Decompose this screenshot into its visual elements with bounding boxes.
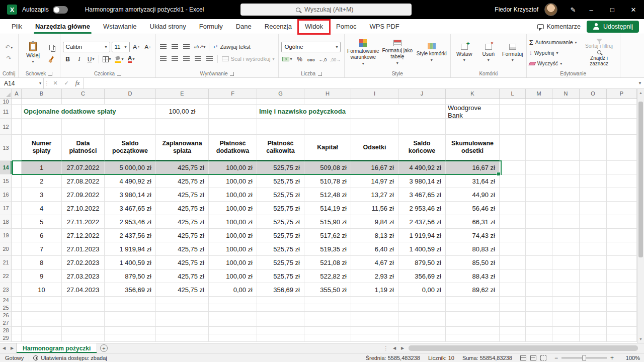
tab-plik[interactable]: Plik <box>5 19 29 34</box>
cell[interactable] <box>526 242 552 256</box>
cell[interactable] <box>209 312 257 319</box>
cell[interactable] <box>526 319 552 327</box>
cell[interactable]: 2 953,46 zł <box>398 202 446 215</box>
cell[interactable] <box>607 242 637 256</box>
cell[interactable]: 80,83 zł <box>446 242 500 256</box>
cell[interactable]: 1 400,59 zł <box>105 256 156 269</box>
cell[interactable] <box>607 161 637 174</box>
cell[interactable]: 1 <box>22 161 62 174</box>
name-box[interactable]: A14 <box>0 78 43 88</box>
delete-cells-button[interactable]: Usuń <box>477 44 500 62</box>
cell[interactable] <box>351 99 398 105</box>
cell[interactable]: 519,35 zł <box>304 242 351 256</box>
cell[interactable] <box>500 105 526 119</box>
cell[interactable] <box>62 319 105 327</box>
row-header[interactable]: 22 <box>0 269 12 283</box>
cell[interactable] <box>12 242 22 256</box>
cell[interactable]: 27.12.2022 <box>62 229 105 242</box>
cell[interactable]: 425,75 zł <box>156 202 209 215</box>
cell[interactable]: 525,75 zł <box>257 242 304 256</box>
cell[interactable] <box>209 297 257 304</box>
cell[interactable]: 44,90 zł <box>446 188 500 202</box>
number-format-select[interactable]: Ogólne <box>281 42 341 52</box>
table-header-cell[interactable]: Płatność całkowita <box>257 135 304 161</box>
increase-font-size-button[interactable] <box>131 42 141 52</box>
cell[interactable] <box>351 105 446 119</box>
cell[interactable] <box>552 119 580 135</box>
cell[interactable] <box>526 327 552 334</box>
sheet-tab-active[interactable]: Harmonogram pożyczki <box>16 343 97 353</box>
align-middle-button[interactable] <box>170 42 180 52</box>
cell[interactable] <box>209 334 257 342</box>
cell[interactable] <box>12 119 22 135</box>
cell[interactable] <box>22 99 62 105</box>
cell[interactable] <box>398 297 446 304</box>
cell[interactable] <box>552 312 580 319</box>
column-header[interactable]: E <box>156 89 209 98</box>
vertical-scroll-thumb[interactable] <box>638 102 643 257</box>
cell[interactable] <box>351 119 398 135</box>
row-header[interactable]: 19 <box>0 229 12 242</box>
orientation-button[interactable]: ab↗ <box>193 42 207 52</box>
cell[interactable]: 74,43 zł <box>446 229 500 242</box>
cell[interactable]: 56,46 zł <box>446 202 500 215</box>
cell[interactable] <box>398 304 446 312</box>
column-header[interactable]: J <box>398 89 446 98</box>
cell[interactable]: 27.08.2022 <box>62 174 105 188</box>
cell[interactable]: 879,50 zł <box>398 256 446 269</box>
tab-recenzja[interactable]: Recenzja <box>258 19 298 34</box>
tab-uklad-strony[interactable]: Układ strony <box>143 19 193 34</box>
cell[interactable] <box>552 283 580 297</box>
cell[interactable] <box>580 202 607 215</box>
cell[interactable] <box>304 319 351 327</box>
page-layout-view-icon[interactable] <box>530 355 536 360</box>
cell[interactable] <box>446 327 500 334</box>
cell[interactable]: 3 467,65 zł <box>105 202 156 215</box>
cancel-button[interactable]: ✕ <box>50 78 61 88</box>
zoom-slider-knob[interactable] <box>582 355 586 361</box>
cell[interactable]: 521,08 zł <box>304 256 351 269</box>
cell[interactable] <box>500 202 526 215</box>
horizontal-scroll-track[interactable] <box>407 343 644 353</box>
cell[interactable]: 5 <box>22 215 62 229</box>
cell[interactable]: 16,67 zł <box>446 161 500 174</box>
sheet-nav-right-arrow[interactable]: ▶ <box>8 343 16 353</box>
cell[interactable] <box>12 334 22 342</box>
cell[interactable]: 27.11.2022 <box>62 215 105 229</box>
cell[interactable]: 525,75 zł <box>257 161 304 174</box>
tab-wps-pdf[interactable]: WPS PDF <box>363 19 406 34</box>
row-header[interactable]: 21 <box>0 256 12 269</box>
cell[interactable] <box>500 283 526 297</box>
cell[interactable]: 425,75 zł <box>156 161 209 174</box>
cell[interactable]: 1,19 zł <box>351 283 398 297</box>
cell[interactable] <box>446 304 500 312</box>
cell[interactable]: 100,00 zł <box>209 215 257 229</box>
increase-indent-button[interactable] <box>205 54 215 64</box>
user-avatar[interactable] <box>544 3 557 16</box>
decrease-decimal-button[interactable] <box>329 54 341 64</box>
cell[interactable] <box>12 319 22 327</box>
column-header[interactable]: M <box>526 89 552 98</box>
cell[interactable]: 525,75 zł <box>257 174 304 188</box>
cell[interactable]: 27.03.2023 <box>62 269 105 283</box>
cell[interactable] <box>156 297 209 304</box>
cell[interactable] <box>500 161 526 174</box>
format-cells-button[interactable]: Formatuj <box>502 44 524 62</box>
cell[interactable]: 13,27 zł <box>351 188 398 202</box>
cell[interactable]: Woodgrove Bank <box>446 105 500 119</box>
insert-cells-button[interactable]: Wstaw <box>453 44 475 62</box>
normal-view-icon[interactable] <box>520 355 526 360</box>
row-header[interactable]: 17 <box>0 202 12 215</box>
cell[interactable] <box>12 312 22 319</box>
cell[interactable] <box>552 105 580 119</box>
cell[interactable]: 89,62 zł <box>446 283 500 297</box>
cell[interactable]: 517,62 zł <box>304 229 351 242</box>
minimize-button[interactable]: – <box>581 0 602 19</box>
cell[interactable] <box>526 312 552 319</box>
cell[interactable]: 4,67 zł <box>351 256 398 269</box>
cell[interactable] <box>607 202 637 215</box>
cell[interactable]: 100,00 zł <box>209 229 257 242</box>
cell[interactable] <box>257 119 304 135</box>
cell[interactable] <box>22 319 62 327</box>
column-header[interactable]: D <box>105 89 156 98</box>
